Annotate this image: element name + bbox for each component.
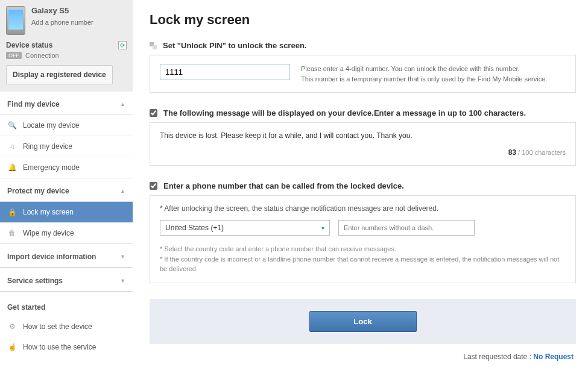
char-counter: 83 / 100 characters <box>160 148 566 157</box>
message-box: This device is lost. Please keep it for … <box>150 122 576 166</box>
sidebar-section-label: Find my device <box>7 100 60 108</box>
sidebar-section-label: Protect my device <box>7 187 69 195</box>
sidebar-section-service[interactable]: Service settings ▼ <box>0 268 133 292</box>
get-started-label: How to set the device <box>23 322 92 331</box>
phone-checkbox[interactable] <box>150 182 157 190</box>
lock-icon: 🔒 <box>7 208 17 216</box>
phone-heading: Enter a phone number that can be called … <box>163 181 404 190</box>
device-thumbnail <box>6 6 25 35</box>
page-title: Lock my screen <box>150 12 576 28</box>
char-count-max: 100 <box>522 149 533 156</box>
section-icon <box>150 42 157 49</box>
sidebar-item-lock-screen[interactable]: 🔒 Lock my screen <box>0 202 133 223</box>
sidebar-section-label: Import device information <box>7 252 96 261</box>
last-requested-link[interactable]: No Request <box>533 353 574 361</box>
sidebar-section-find[interactable]: Find my device ▲ <box>0 92 133 115</box>
music-icon: ♫ <box>7 142 17 151</box>
sidebar: Galaxy S5 Add a phone number Device stat… <box>0 0 133 367</box>
country-select[interactable]: United States (+1) <box>160 220 330 236</box>
country-selected: United States (+1) <box>165 224 224 232</box>
trash-icon: 🗑 <box>7 229 17 237</box>
phone-box: * After unlocking the screen, the status… <box>150 195 576 283</box>
chevron-up-icon: ▲ <box>120 188 125 194</box>
phone-fine-line: * If the country code is incorrect or a … <box>160 254 566 274</box>
sidebar-item-label: Wipe my device <box>23 229 74 237</box>
lock-bar: Lock <box>150 299 576 344</box>
off-badge: OFF <box>6 52 22 59</box>
device-name: Galaxy S5 <box>31 6 93 15</box>
hand-icon: ☝ <box>7 343 17 351</box>
message-heading: The following message will be displayed … <box>163 108 526 118</box>
sidebar-section-import[interactable]: Import device information ▼ <box>0 244 133 268</box>
magnifier-icon: 🔍 <box>7 121 17 130</box>
add-phone-link[interactable]: Add a phone number <box>31 19 93 26</box>
connection-label: Connection <box>25 52 59 59</box>
sidebar-item-ring[interactable]: ♫ Ring my device <box>0 136 133 157</box>
pin-help: Please enter a 4-digit number. You can u… <box>301 64 547 84</box>
get-started-header: Get started <box>0 292 133 316</box>
pin-box: Please enter a 4-digit number. You can u… <box>150 55 576 93</box>
sidebar-section-label: Service settings <box>7 277 63 285</box>
last-requested: Last requested date : No Request <box>150 344 576 361</box>
get-started-use-service[interactable]: ☝ How to use the service <box>0 337 133 357</box>
sidebar-item-label: Ring my device <box>23 142 72 151</box>
pin-input[interactable] <box>160 64 290 80</box>
phone-fine-line: * Select the country code and enter a ph… <box>160 244 566 254</box>
last-requested-label: Last requested date : <box>463 353 531 361</box>
bell-icon: 🔔 <box>7 163 17 172</box>
device-status-label: Device status <box>6 41 52 49</box>
gear-icon: ⚙ <box>7 322 17 331</box>
sidebar-item-label: Locate my device <box>23 121 79 130</box>
message-checkbox[interactable] <box>150 109 157 117</box>
main-content: Lock my screen Set "Unlock PIN" to unloc… <box>133 0 588 367</box>
display-registered-device-button[interactable]: Display a registered device <box>6 65 113 84</box>
phone-note: * After unlocking the screen, the status… <box>160 204 566 213</box>
sidebar-section-protect[interactable]: Protect my device ▲ <box>0 178 133 202</box>
pin-help-line: This number is a temporary number that i… <box>301 74 547 84</box>
device-header: Galaxy S5 Add a phone number Device stat… <box>0 0 133 92</box>
phone-number-input[interactable] <box>338 220 475 236</box>
chevron-down-icon: ▼ <box>120 278 125 284</box>
char-count-label: characters <box>535 149 566 156</box>
get-started-set-device[interactable]: ⚙ How to set the device <box>0 316 133 337</box>
char-count-value: 83 <box>508 148 516 157</box>
chevron-down-icon: ▼ <box>120 254 125 260</box>
pin-help-line: Please enter a 4-digit number. You can u… <box>301 64 547 74</box>
phone-fineprint: * Select the country code and enter a ph… <box>160 244 566 274</box>
sidebar-item-locate[interactable]: 🔍 Locate my device <box>0 115 133 136</box>
chevron-up-icon: ▲ <box>120 101 125 107</box>
sidebar-item-wipe[interactable]: 🗑 Wipe my device <box>0 223 133 243</box>
message-text[interactable]: This device is lost. Please keep it for … <box>160 131 566 140</box>
sidebar-item-label: Emergency mode <box>23 163 80 172</box>
pin-heading: Set "Unlock PIN" to unlock the screen. <box>163 41 306 50</box>
sidebar-item-label: Lock my screen <box>23 208 74 216</box>
get-started-label: How to use the service <box>23 343 96 351</box>
refresh-icon[interactable]: ⟳ <box>118 41 127 49</box>
sidebar-item-emergency[interactable]: 🔔 Emergency mode <box>0 157 133 178</box>
lock-button[interactable]: Lock <box>309 311 417 332</box>
